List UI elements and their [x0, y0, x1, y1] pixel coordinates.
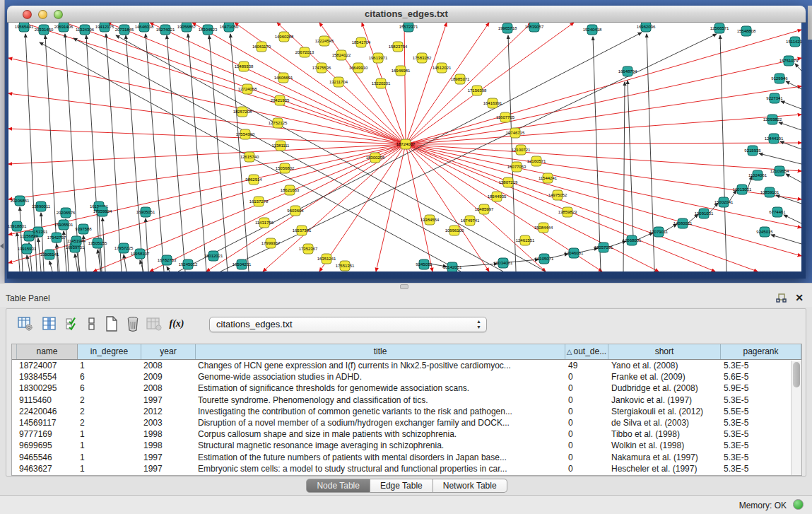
- graph-node[interactable]: 19245012: [179, 259, 198, 269]
- graph-node[interactable]: 19384554: [420, 215, 440, 225]
- graph-node[interactable]: 20731845: [115, 25, 134, 35]
- graph-node[interactable]: 17079011: [649, 227, 669, 237]
- function-builder-icon[interactable]: f(x): [167, 315, 186, 333]
- row-height-icon[interactable]: [83, 315, 101, 333]
- graph-node[interactable]: 13211704: [329, 77, 348, 87]
- graph-node[interactable]: 6774461: [769, 207, 786, 217]
- table-scrollbar-thumb[interactable]: [793, 362, 800, 387]
- graph-node[interactable]: 9862914: [245, 175, 262, 185]
- table-row[interactable]: 946362711997Embryonic stem cells: a mode…: [12, 463, 801, 474]
- graph-node[interactable]: 13859823: [558, 207, 577, 217]
- graph-node[interactable]: 19613971: [369, 53, 388, 63]
- panel-divider[interactable]: [0, 283, 812, 290]
- graph-node[interactable]: 16077053: [507, 162, 526, 172]
- graph-node[interactable]: 18985371: [451, 74, 470, 84]
- graph-node[interactable]: 11381111: [272, 141, 290, 151]
- graph-node[interactable]: 16471050: [220, 23, 239, 32]
- graph-node[interactable]: 12100721: [512, 145, 531, 155]
- graph-node[interactable]: 12566571: [710, 23, 729, 33]
- graph-node[interactable]: 9227341: [766, 93, 783, 103]
- graph-node[interactable]: 13046081: [565, 248, 584, 258]
- graph-node[interactable]: 9245015: [756, 227, 773, 237]
- graph-node[interactable]: 16013051: [733, 185, 752, 194]
- graph-node[interactable]: 15002041: [714, 197, 734, 207]
- graph-node[interactable]: 18300295: [366, 153, 385, 163]
- graph-node[interactable]: 16157278: [249, 197, 269, 206]
- graph-node[interactable]: 13918801: [8, 221, 27, 231]
- table-scrollbar[interactable]: [791, 361, 801, 475]
- graph-node[interactable]: 15890011: [32, 201, 51, 211]
- table-settings-icon[interactable]: [16, 315, 35, 333]
- delete-table-icon[interactable]: [124, 315, 142, 333]
- graph-node[interactable]: 10996100: [445, 226, 464, 235]
- graph-node[interactable]: 20672013: [295, 47, 314, 57]
- graph-node[interactable]: 16649910: [349, 63, 368, 73]
- graph-node[interactable]: 15240418: [583, 25, 602, 35]
- graph-node[interactable]: 20206861: [11, 196, 30, 206]
- graph-node[interactable]: 18304523: [199, 25, 218, 35]
- tab-edge-table[interactable]: Edge Table: [370, 479, 433, 493]
- graph-node[interactable]: 14975052: [548, 190, 567, 200]
- table-row[interactable]: 911546021997Tourette syndrome. Phenomeno…: [12, 395, 801, 406]
- column-header-short[interactable]: short: [608, 344, 721, 359]
- graph-node[interactable]: 20331450: [35, 25, 54, 35]
- graph-node[interactable]: 16782753: [158, 255, 177, 265]
- graph-node[interactable]: 14606691: [274, 73, 293, 83]
- table-row[interactable]: 1456911722003Disruption of a novel membe…: [12, 417, 801, 428]
- graph-node[interactable]: 12068001: [623, 235, 642, 245]
- graph-node[interactable]: 18057091: [594, 243, 613, 252]
- graph-node[interactable]: 18839057: [525, 23, 544, 32]
- graph-node[interactable]: 15824122: [332, 50, 351, 60]
- new-table-icon[interactable]: [102, 315, 121, 333]
- graph-node[interactable]: 10958107: [131, 249, 150, 259]
- table-row[interactable]: 977716911998Corpus callosum shape and si…: [12, 428, 801, 440]
- column-header-name[interactable]: name: [17, 344, 78, 359]
- graph-node[interactable]: 11431756: [255, 218, 274, 228]
- graph-node[interactable]: 16946981: [392, 66, 411, 76]
- graph-node[interactable]: 16061170: [252, 42, 271, 52]
- graph-node[interactable]: 16749741: [461, 216, 480, 226]
- panel-collapse-arrow-icon[interactable]: [0, 243, 4, 249]
- table-row[interactable]: 946554611997Estimation of the future num…: [12, 452, 801, 463]
- graph-node[interactable]: 17551351: [336, 261, 355, 271]
- close-panel-icon[interactable]: ✕: [795, 292, 804, 303]
- graph-node[interactable]: 15548808: [737, 26, 756, 36]
- graph-node[interactable]: 9397588: [75, 224, 92, 234]
- graph-node[interactable]: 17999367: [261, 238, 281, 248]
- graph-node[interactable]: 12752125: [269, 118, 288, 128]
- column-header-in_degree[interactable]: in_degree: [78, 344, 141, 359]
- table-row[interactable]: 1830029562008Estimation of significance …: [12, 382, 801, 394]
- table-row[interactable]: 1938455462009Genome-wide association stu…: [12, 371, 801, 382]
- graph-node[interactable]: 15485997: [475, 204, 494, 214]
- tab-network-table[interactable]: Network Table: [433, 479, 507, 493]
- graph-node[interactable]: 16962096: [637, 23, 656, 32]
- graph-node[interactable]: 14512021: [433, 63, 452, 73]
- graph-node[interactable]: 18541704: [352, 37, 371, 47]
- window-titlebar[interactable]: citations_edges.txt: [7, 6, 806, 23]
- graph-node[interactable]: 13505155: [88, 238, 107, 248]
- graph-node[interactable]: 9129946: [771, 74, 788, 83]
- column-header-title[interactable]: title: [196, 344, 565, 359]
- float-window-icon[interactable]: [776, 293, 787, 303]
- graph-node[interactable]: 13220201: [372, 78, 391, 88]
- graph-node[interactable]: 15905501: [54, 220, 73, 230]
- column-header-year[interactable]: year: [141, 344, 196, 359]
- graph-node[interactable]: 12160571: [527, 156, 546, 166]
- graph-node[interactable]: 17583282: [413, 53, 432, 63]
- import-table-icon[interactable]: [145, 315, 163, 333]
- graph-node[interactable]: 19915931: [18, 244, 37, 254]
- graph-node[interactable]: 15056802: [276, 163, 295, 173]
- graph-node[interactable]: 20206576: [57, 208, 76, 218]
- graph-node[interactable]: 12444191: [765, 134, 784, 144]
- graph-node[interactable]: 18621663: [281, 185, 300, 195]
- select-rows-check-icon[interactable]: [63, 315, 81, 333]
- select-columns-icon[interactable]: [40, 315, 59, 333]
- graph-node[interactable]: 12224545: [315, 36, 334, 46]
- graph-node[interactable]: 12461551: [516, 235, 535, 245]
- graph-node[interactable]: 15114211: [786, 37, 801, 47]
- graph-node[interactable]: 18544935: [488, 192, 507, 201]
- graph-node[interactable]: 11324306: [76, 25, 95, 35]
- graph-node[interactable]: 17156398: [468, 86, 487, 95]
- table-row[interactable]: 969969511998Structural magnetic resonanc…: [12, 440, 801, 451]
- graph-node[interactable]: 19056867: [177, 23, 196, 32]
